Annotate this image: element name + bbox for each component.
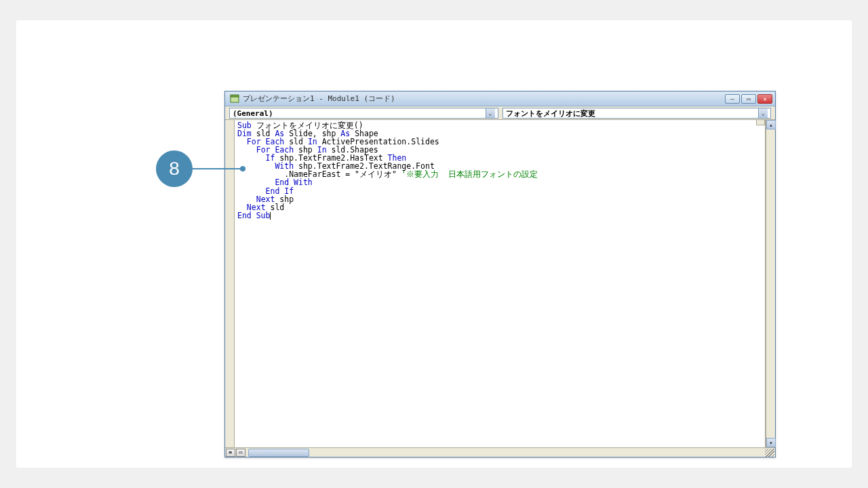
chevron-down-icon: ⌄ [486,108,495,118]
callout-endpoint [240,166,245,171]
code-line[interactable]: Next sld [237,203,762,211]
code-text[interactable]: Sub フォントをメイリオに変更()Dim sld As Slide, shp … [235,120,765,221]
object-dropdown-value: (General) [233,109,273,118]
minimize-button[interactable]: — [725,94,740,104]
code-line[interactable]: Next shp [237,195,762,203]
step-number: 8 [169,158,180,180]
code-navigation-bar: (General) ⌄ フォントをメイリオに変更 ⌄ [225,106,775,120]
horizontal-scrollbar[interactable] [248,449,765,457]
code-pane-wrapper: Sub フォントをメイリオに変更()Dim sld As Slide, shp … [225,120,775,447]
module-icon [229,94,240,104]
resize-grip[interactable] [765,449,774,457]
window-controls: — ▭ ✕ [725,94,774,104]
chevron-down-icon: ⌄ [758,108,768,118]
code-line[interactable]: End With [237,178,762,186]
maximize-button[interactable]: ▭ [741,94,756,104]
titlebar[interactable]: プレゼンテーション1 - Module1 (コード) — ▭ ✕ [225,92,775,106]
code-editor[interactable]: Sub フォントをメイリオに変更()Dim sld As Slide, shp … [235,120,766,447]
text-cursor [270,212,271,220]
procedure-dropdown[interactable]: フォントをメイリオに変更 ⌄ [502,108,772,119]
step-badge: 8 [156,150,193,187]
full-module-view-button[interactable]: ▭ [236,449,245,457]
scroll-up-button[interactable]: ▴ [766,120,776,129]
vertical-scrollbar[interactable]: ▴ ▾ [766,120,775,447]
procedure-dropdown-value: フォントをメイリオに変更 [506,108,595,119]
window-title: プレゼンテーション1 - Module1 (コード) [243,94,725,104]
procedure-view-button[interactable]: ≡ [226,449,235,457]
svg-rect-1 [231,95,239,97]
split-handle[interactable] [756,120,765,125]
content-canvas: 8 プレゼンテーション1 - Module1 (コード) — ▭ ✕ (Gene… [16,20,852,468]
object-dropdown[interactable]: (General) ⌄ [229,108,498,119]
bottom-bar: ≡ ▭ [225,447,775,457]
code-line[interactable]: .NameFarEast = "メイリオ" '※要入力 日本語用フォントの設定 [237,170,762,178]
vba-code-window: プレゼンテーション1 - Module1 (コード) — ▭ ✕ (Genera… [224,91,776,458]
callout-connector [193,168,242,169]
code-line[interactable]: End Sub [237,211,762,220]
horizontal-scroll-thumb[interactable] [248,449,309,457]
code-line[interactable]: End If [237,187,762,195]
close-button[interactable]: ✕ [757,94,772,104]
scroll-down-button[interactable]: ▾ [766,438,776,447]
